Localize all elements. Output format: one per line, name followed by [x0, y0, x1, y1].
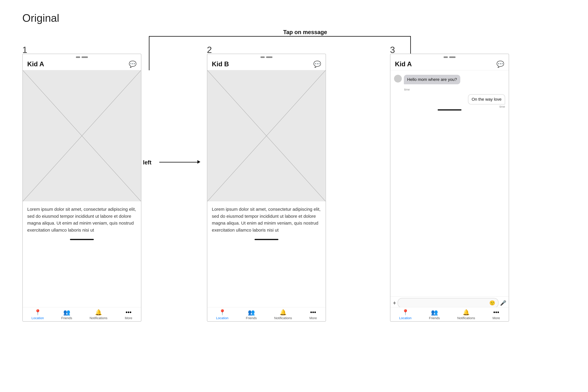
nav-notifications-1[interactable]: 🔔 Notifications — [90, 309, 107, 320]
nav-notifications-3[interactable]: 🔔 Notifications — [457, 309, 475, 320]
chat-icon-2[interactable]: 💬 — [313, 60, 321, 68]
phone-frame-3: Kid A 💬 Hello mom where are you? time On… — [390, 54, 509, 322]
phone-frame-1: Kid A 💬 Lorem ipsum dolor sit amet, cons… — [22, 54, 141, 322]
bubble-received-time-1: time — [404, 88, 505, 91]
phone-title-3: Kid A — [395, 60, 412, 68]
avatar-1 — [394, 75, 402, 82]
nav-friends-3[interactable]: 👥 Friends — [429, 309, 440, 320]
nav-more-2[interactable]: ••• More — [309, 309, 317, 320]
status-bar-2 — [207, 54, 326, 59]
phone-frame-2: Kid B 💬 Lorem ipsum dolor sit amet, cons… — [207, 54, 326, 322]
phone-header-3: Kid A 💬 — [391, 59, 509, 70]
status-dot-1a — [76, 56, 80, 58]
tap-arrow-horizontal — [149, 36, 411, 37]
bottom-nav-1: 📍 Location 👥 Friends 🔔 Notifications •••… — [23, 307, 141, 321]
friends-icon-1: 👥 — [63, 309, 70, 316]
phone-title-2: Kid B — [212, 60, 229, 68]
phone-title-1: Kid A — [27, 60, 44, 68]
more-label-3: More — [493, 316, 500, 320]
more-icon-3: ••• — [493, 309, 499, 316]
nav-notifications-2[interactable]: 🔔 Notifications — [274, 309, 292, 320]
mic-icon[interactable]: 🎤 — [500, 300, 506, 306]
friends-icon-2: 👥 — [248, 309, 255, 316]
nav-friends-2[interactable]: 👥 Friends — [246, 309, 257, 320]
notifications-icon-2: 🔔 — [280, 309, 287, 316]
chat-messages-area: Hello mom where are you? time On the way… — [391, 70, 509, 108]
nav-more-1[interactable]: ••• More — [125, 309, 132, 320]
swipe-arrow-line — [159, 162, 198, 162]
chat-icon-3[interactable]: 💬 — [497, 60, 504, 68]
bottom-nav-3: 📍 Location 👥 Friends 🔔 Notifications •••… — [391, 307, 509, 321]
nav-more-3[interactable]: ••• More — [493, 309, 500, 320]
friends-label-1: Friends — [61, 316, 72, 320]
bubble-sent-time-1: time — [500, 105, 505, 108]
lorem-text-1: Lorem ipsum dolor sit amet, consectetur … — [23, 201, 141, 238]
lorem-text-2: Lorem ipsum dolor sit amet, consectetur … — [207, 201, 326, 238]
notifications-icon-1: 🔔 — [95, 309, 102, 316]
location-icon-2: 📍 — [219, 309, 226, 316]
screen-number-3: 3 — [390, 45, 395, 55]
bubble-received-text-1: Hello mom where are you? — [404, 75, 460, 84]
status-dot-3a — [444, 56, 448, 58]
nav-location-3[interactable]: 📍 Location — [399, 309, 412, 320]
bottom-indicator-1 — [70, 239, 94, 240]
emoji-icon[interactable]: 🙂 — [489, 300, 495, 306]
notifications-label-1: Notifications — [90, 316, 107, 320]
chat-bubble-received-1: Hello mom where are you? — [394, 75, 505, 84]
more-icon-1: ••• — [125, 309, 131, 316]
nav-location-1[interactable]: 📍 Location — [31, 309, 44, 320]
status-dot-2a — [260, 56, 265, 58]
friends-icon-3: 👥 — [431, 309, 438, 316]
bottom-nav-2: 📍 Location 👥 Friends 🔔 Notifications •••… — [207, 307, 326, 321]
nav-location-2[interactable]: 📍 Location — [216, 309, 228, 320]
location-label-2: Location — [216, 316, 228, 320]
chat-icon-1[interactable]: 💬 — [129, 60, 136, 68]
notifications-label-3: Notifications — [457, 316, 475, 320]
notifications-icon-3: 🔔 — [463, 309, 470, 316]
more-label-2: More — [309, 316, 317, 320]
location-label-1: Location — [31, 316, 44, 320]
swipe-arrowhead — [197, 160, 200, 164]
bottom-indicator-2 — [255, 239, 278, 240]
location-icon-1: 📍 — [34, 309, 41, 316]
friends-label-2: Friends — [246, 316, 257, 320]
more-icon-2: ••• — [310, 309, 316, 316]
status-bar-1 — [23, 54, 141, 59]
status-dot-3b — [449, 56, 456, 58]
page-title: Original — [22, 12, 59, 24]
status-bar-3 — [391, 54, 509, 59]
chat-input-field[interactable]: 🙂 — [398, 298, 499, 308]
phone-header-1: Kid A 💬 — [23, 59, 141, 70]
tap-arrow-left-vertical — [149, 36, 149, 70]
location-label-3: Location — [399, 316, 412, 320]
location-icon-3: 📍 — [402, 309, 409, 316]
more-label-1: More — [125, 316, 132, 320]
notifications-label-2: Notifications — [274, 316, 292, 320]
status-dot-2b — [266, 56, 272, 58]
bubble-sent-text-1: On the way love — [468, 94, 505, 104]
bottom-indicator-3 — [438, 109, 462, 110]
img-placeholder-1 — [23, 70, 141, 201]
img-placeholder-2 — [207, 70, 326, 201]
friends-label-3: Friends — [429, 316, 440, 320]
status-dot-1b — [81, 56, 88, 58]
chat-bubble-sent-1: On the way love time — [394, 94, 505, 108]
tap-on-message-label: Tap on message — [253, 29, 357, 36]
nav-friends-1[interactable]: 👥 Friends — [61, 309, 72, 320]
screen-number-1: 1 — [22, 45, 27, 55]
phone-header-2: Kid B 💬 — [207, 59, 326, 70]
screen-number-2: 2 — [207, 45, 212, 55]
add-attachment-icon[interactable]: + — [393, 300, 396, 306]
